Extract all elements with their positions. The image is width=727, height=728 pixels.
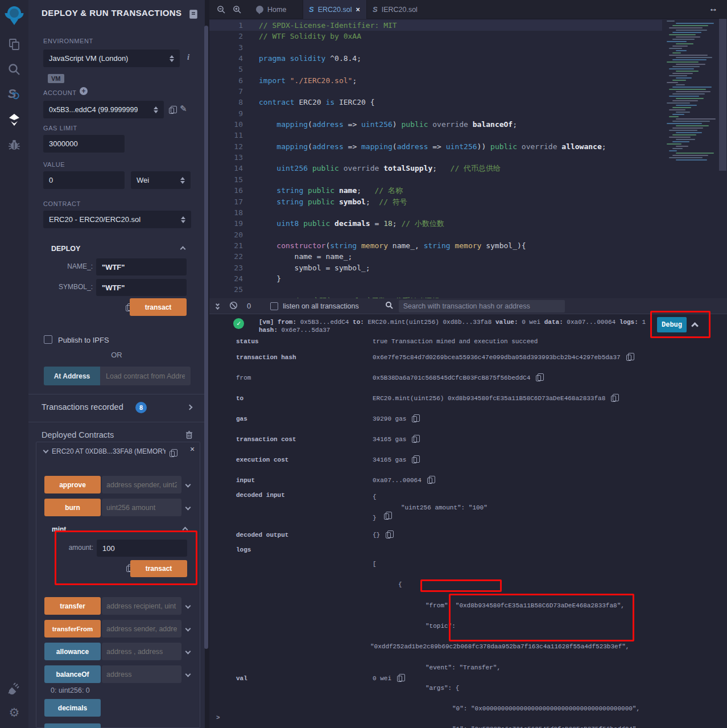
allowance-button[interactable]: allowance bbox=[44, 643, 101, 660]
copy-account-icon[interactable] bbox=[169, 108, 174, 114]
approve-button[interactable]: approve bbox=[44, 476, 101, 493]
expand-transferfrom-icon[interactable] bbox=[185, 626, 191, 632]
expand-approve-icon[interactable] bbox=[185, 482, 191, 488]
approve-args-input[interactable] bbox=[102, 476, 181, 493]
expand-recorded-icon[interactable] bbox=[187, 405, 193, 410]
copy-icon[interactable] bbox=[412, 416, 417, 422]
deployed-contracts-heading: Deployed Contracts bbox=[42, 430, 114, 439]
burn-args-input[interactable] bbox=[102, 499, 181, 516]
plugin-manager-icon[interactable] bbox=[0, 681, 28, 697]
copy-icon[interactable] bbox=[626, 355, 631, 361]
expand-balanceof-icon[interactable] bbox=[185, 672, 191, 677]
status-label: status bbox=[236, 338, 259, 345]
solidity-file-icon: S bbox=[309, 5, 314, 14]
copy-icon[interactable] bbox=[386, 532, 391, 538]
transactions-count-badge: 8 bbox=[135, 402, 147, 413]
at-address-button[interactable]: At Address bbox=[44, 367, 100, 385]
add-account-icon[interactable]: + bbox=[80, 87, 88, 95]
name-field[interactable] bbox=[96, 258, 187, 275]
code-line: 24 } bbox=[209, 273, 606, 284]
collapse-deploy-icon[interactable] bbox=[180, 246, 186, 252]
code-line: 7 bbox=[209, 86, 606, 97]
collapse-tx-details-icon[interactable] bbox=[691, 322, 699, 330]
code-line: 17 string public symbol; // 符号 bbox=[209, 196, 606, 207]
terminal-search-input[interactable] bbox=[399, 300, 565, 312]
panel-scrollbar[interactable] bbox=[204, 26, 208, 649]
tab-bar: Home S ERC20.sol × S IERC20.sol ↔ bbox=[209, 0, 727, 19]
close-tab-icon[interactable]: × bbox=[356, 6, 360, 14]
deploy-run-icon[interactable] bbox=[0, 113, 28, 129]
settings-gear-icon[interactable]: ⚙ bbox=[0, 706, 28, 719]
transactions-recorded-section[interactable]: Transactions recorded 8 bbox=[28, 394, 205, 422]
symbol-field[interactable] bbox=[96, 279, 187, 296]
mint-function-label[interactable]: mint bbox=[52, 525, 66, 533]
minimap[interactable] bbox=[667, 20, 717, 162]
account-select[interactable]: 0x5B3...eddC4 (99.9999999 bbox=[43, 101, 164, 118]
transfer-button[interactable]: transfer bbox=[44, 597, 101, 615]
copy-icon[interactable] bbox=[384, 513, 389, 520]
transfer-args-input[interactable] bbox=[102, 597, 181, 615]
tab-erc20-sol[interactable]: S ERC20.sol × bbox=[303, 0, 367, 19]
value-input[interactable] bbox=[43, 171, 125, 189]
contract-select[interactable]: ERC20 - ERC20/ERC20.sol bbox=[43, 211, 191, 228]
environment-info-icon[interactable]: i bbox=[187, 52, 189, 62]
balanceof-args-input[interactable] bbox=[102, 665, 181, 683]
burn-button[interactable]: burn bbox=[44, 499, 101, 516]
copy-icon[interactable] bbox=[397, 676, 402, 682]
debugger-icon[interactable] bbox=[0, 138, 28, 154]
gas-limit-input[interactable] bbox=[43, 135, 125, 153]
copy-icon[interactable] bbox=[427, 478, 432, 484]
allowance-args-input[interactable] bbox=[102, 643, 181, 660]
copy-icon[interactable] bbox=[536, 375, 541, 381]
publish-ipfs-checkbox[interactable] bbox=[44, 335, 52, 344]
val-value: 0 wei bbox=[373, 675, 402, 682]
at-address-input[interactable] bbox=[100, 367, 191, 385]
remove-contract-icon[interactable]: × bbox=[190, 445, 195, 454]
tx-summary[interactable]: [vm] from: 0x5B3...eddC4 to: ERC20.mint(… bbox=[259, 319, 651, 334]
gas-value: 39290 gas bbox=[373, 416, 417, 422]
balanceof-button[interactable]: balanceOf bbox=[44, 665, 101, 683]
copy-icon[interactable] bbox=[611, 396, 616, 402]
clear-deployed-trash-icon[interactable] bbox=[185, 431, 193, 441]
listen-all-checkbox[interactable] bbox=[270, 302, 278, 310]
transferfrom-button[interactable]: transferFrom bbox=[44, 620, 101, 637]
tab-ierc20-sol[interactable]: S IERC20.sol bbox=[367, 0, 423, 19]
collapse-mint-icon[interactable] bbox=[183, 527, 188, 533]
transfer-function-row: transfer bbox=[44, 597, 190, 615]
collapse-terminal-icon[interactable] bbox=[216, 303, 219, 309]
tab-home[interactable]: Home bbox=[250, 0, 292, 19]
zoom-out-icon[interactable] bbox=[217, 5, 226, 17]
editor-scrollbar[interactable] bbox=[719, 19, 726, 171]
symbol-field-label: SYMBOL_: bbox=[28, 283, 93, 291]
expand-burn-icon[interactable] bbox=[185, 505, 191, 511]
expand-allowance-icon[interactable] bbox=[185, 649, 191, 655]
collapse-contract-icon[interactable] bbox=[43, 448, 49, 454]
mint-transact-button[interactable]: transact bbox=[130, 560, 187, 577]
swap-panel-icon[interactable]: ↔ bbox=[709, 3, 718, 14]
transferfrom-args-input[interactable] bbox=[102, 620, 181, 637]
solidity-compiler-icon[interactable]: S bbox=[0, 87, 28, 101]
zoom-in-icon[interactable] bbox=[233, 5, 242, 17]
mint-amount-input[interactable] bbox=[97, 540, 187, 557]
approve-function-row: approve bbox=[44, 476, 190, 493]
debug-button[interactable]: Debug bbox=[657, 317, 687, 332]
documentation-icon[interactable] bbox=[189, 10, 197, 21]
file-explorer-icon[interactable] bbox=[0, 38, 28, 54]
decimals-button[interactable]: decimals bbox=[44, 699, 101, 717]
name-getter-button[interactable] bbox=[44, 723, 101, 728]
deploy-transact-button[interactable]: transact bbox=[130, 298, 187, 316]
clear-console-icon[interactable] bbox=[229, 301, 238, 311]
copy-contract-address-icon[interactable] bbox=[170, 451, 175, 457]
code-editor[interactable]: 1// SPDX-License-Identifier: MIT2// WTF … bbox=[209, 19, 727, 298]
value-unit-select[interactable]: Wei bbox=[131, 171, 191, 189]
remix-logo-icon[interactable] bbox=[0, 5, 28, 28]
code-line: 14 uint256 public override totalSupply; … bbox=[209, 163, 606, 174]
edit-account-icon[interactable]: ✎ bbox=[180, 104, 187, 114]
deploy-section-header[interactable]: DEPLOY bbox=[51, 245, 80, 253]
copy-icon[interactable] bbox=[412, 457, 417, 463]
environment-select[interactable]: JavaScript VM (London) bbox=[43, 50, 180, 67]
search-icon[interactable] bbox=[0, 63, 28, 79]
terminal-prompt[interactable]: > bbox=[216, 714, 220, 721]
copy-icon[interactable] bbox=[412, 437, 417, 443]
expand-transfer-icon[interactable] bbox=[185, 603, 191, 609]
